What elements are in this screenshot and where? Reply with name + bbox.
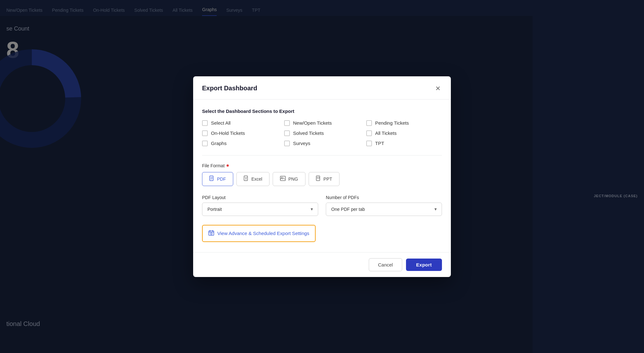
format-buttons-group: PDF Excel — [202, 172, 442, 186]
checkbox-box-select-all — [202, 120, 208, 126]
checkbox-box-on-hold — [202, 130, 208, 136]
modal-overlay: Export Dashboard ✕ Select the Dashboard … — [0, 0, 644, 353]
checkbox-label-surveys: Surveys — [293, 141, 310, 146]
export-modal: Export Dashboard ✕ Select the Dashboard … — [193, 76, 451, 277]
pdf-icon — [209, 176, 214, 183]
svg-rect-7 — [317, 177, 319, 178]
format-btn-pdf-label: PDF — [217, 177, 226, 182]
pdf-layout-select[interactable]: Portrait Landscape — [202, 203, 318, 216]
checkbox-label-on-hold: On-Hold Tickets — [211, 130, 245, 136]
checkbox-label-select-all: Select All — [211, 120, 231, 126]
checkbox-surveys[interactable]: Surveys — [284, 141, 360, 146]
checkbox-new-open[interactable]: New/Open Tickets — [284, 120, 360, 126]
ppt-icon — [316, 176, 321, 183]
checkbox-tpt[interactable]: TPT — [366, 141, 442, 146]
format-btn-excel-label: Excel — [251, 177, 262, 182]
checkbox-label-new-open: New/Open Tickets — [293, 120, 332, 126]
checkbox-box-graphs — [202, 141, 208, 146]
layout-options-row: PDF Layout Portrait Landscape ▼ Number o… — [202, 195, 442, 216]
checkbox-solved[interactable]: Solved Tickets — [284, 130, 360, 136]
format-btn-ppt[interactable]: PPT — [309, 172, 340, 186]
checkbox-box-pending — [366, 120, 372, 126]
pdf-layout-select-wrapper: Portrait Landscape ▼ — [202, 203, 318, 216]
checkbox-label-graphs: Graphs — [211, 141, 227, 146]
modal-footer: Cancel Export — [193, 252, 451, 277]
modal-body: Select the Dashboard Sections to Export … — [193, 100, 451, 252]
excel-icon — [244, 176, 249, 183]
checkbox-box-tpt — [366, 141, 372, 146]
checkbox-pending[interactable]: Pending Tickets — [366, 120, 442, 126]
checkbox-box-surveys — [284, 141, 290, 146]
file-format-label: File Format — [202, 163, 442, 168]
checkbox-label-pending: Pending Tickets — [375, 120, 409, 126]
cancel-button[interactable]: Cancel — [369, 258, 402, 271]
num-pdfs-select[interactable]: One PDF per tab Single PDF — [326, 203, 442, 216]
checkbox-box-new-open — [284, 120, 290, 126]
modal-header: Export Dashboard ✕ — [193, 76, 451, 100]
schedule-export-icon — [208, 230, 214, 237]
format-btn-png-label: PNG — [288, 177, 298, 182]
section-label: Select the Dashboard Sections to Export — [202, 108, 442, 114]
num-pdfs-select-wrapper: One PDF per tab Single PDF ▼ — [326, 203, 442, 216]
checkbox-graphs[interactable]: Graphs — [202, 141, 278, 146]
checkbox-label-tpt: TPT — [375, 141, 384, 146]
divider — [202, 155, 442, 156]
advanced-link-wrapper: View Advance & Scheduled Export Settings — [202, 225, 442, 242]
checkbox-label-all-tickets: All Tickets — [375, 130, 397, 136]
png-icon — [280, 176, 286, 182]
advanced-settings-button[interactable]: View Advance & Scheduled Export Settings — [202, 225, 316, 242]
pdf-layout-field: PDF Layout Portrait Landscape ▼ — [202, 195, 318, 216]
num-pdfs-label: Number of PDFs — [326, 195, 442, 200]
export-button[interactable]: Export — [406, 259, 442, 271]
checkbox-grid: Select All New/Open Tickets Pending Tick… — [202, 120, 442, 146]
pdf-layout-label: PDF Layout — [202, 195, 318, 200]
format-btn-ppt-label: PPT — [324, 177, 332, 182]
advanced-link-label: View Advance & Scheduled Export Settings — [217, 231, 309, 236]
checkbox-label-solved: Solved Tickets — [293, 130, 324, 136]
num-pdfs-field: Number of PDFs One PDF per tab Single PD… — [326, 195, 442, 216]
modal-title: Export Dashboard — [202, 85, 257, 92]
checkbox-box-all-tickets — [366, 130, 372, 136]
required-indicator — [227, 164, 229, 167]
format-btn-pdf[interactable]: PDF — [202, 172, 233, 186]
checkbox-box-solved — [284, 130, 290, 136]
format-btn-excel[interactable]: Excel — [236, 172, 270, 186]
checkbox-on-hold[interactable]: On-Hold Tickets — [202, 130, 278, 136]
checkbox-select-all[interactable]: Select All — [202, 120, 278, 126]
file-format-section: File Format PDF — [202, 163, 442, 186]
checkbox-all-tickets[interactable]: All Tickets — [366, 130, 442, 136]
close-button[interactable]: ✕ — [434, 84, 442, 93]
format-btn-png[interactable]: PNG — [273, 172, 305, 186]
